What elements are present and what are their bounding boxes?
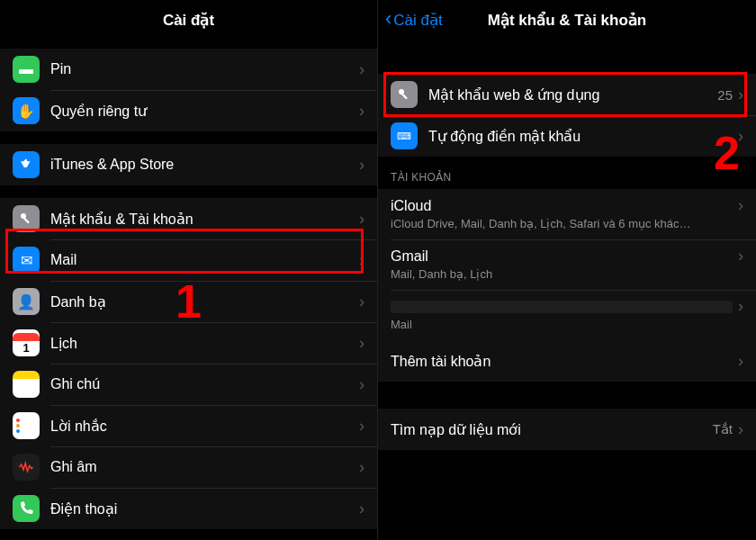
settings-group-1: iTunes & App Store › (0, 144, 377, 185)
chevron-right-icon: › (738, 352, 743, 371)
row-appstore[interactable]: iTunes & App Store › (0, 144, 377, 185)
chevron-right-icon: › (359, 417, 364, 436)
row-label: Lịch (50, 335, 354, 352)
svg-rect-3 (401, 94, 408, 100)
key-icon (391, 81, 418, 108)
chevron-right-icon: › (738, 247, 743, 266)
row-reminders[interactable]: Lời nhắc › (0, 405, 377, 446)
passwords-group: Mật khẩu web & ứng dụng 25 › ⌨ Tự động đ… (378, 74, 756, 157)
account-hidden[interactable]: › Mail (378, 290, 756, 340)
pin-icon: ▬ (13, 56, 40, 83)
account-gmail[interactable]: Gmail › Mail, Danh bạ, Lịch (378, 239, 756, 290)
chevron-right-icon: › (738, 297, 743, 316)
notes-icon (13, 371, 40, 398)
accounts-group: iCloud › iCloud Drive, Mail, Danh bạ, Lị… (378, 189, 756, 382)
key-icon (13, 205, 40, 232)
calendar-icon: 1 (13, 329, 40, 356)
account-sub: iCloud Drive, Mail, Danh bạ, Lịch, Safar… (391, 217, 743, 230)
accounts-section-header: TÀI KHOẢN (378, 157, 756, 189)
row-passwords-accounts[interactable]: Mật khẩu & Tài khoản › (0, 198, 377, 239)
chevron-right-icon: › (738, 420, 743, 439)
row-label: Lời nhắc (50, 418, 354, 435)
chevron-right-icon: › (359, 102, 364, 121)
row-web-passwords[interactable]: Mật khẩu web & ứng dụng 25 › (378, 74, 756, 115)
account-name: Gmail (391, 248, 733, 265)
row-label: Tự động điền mật khẩu (428, 128, 733, 145)
row-label: Mật khẩu web & ứng dụng (428, 86, 717, 104)
chevron-right-icon: › (359, 292, 364, 311)
step-number-1: 1 (176, 274, 202, 328)
row-label: Mật khẩu & Tài khoản (50, 211, 354, 228)
passwords-title: Mật khẩu & Tài khoản (488, 11, 646, 30)
keyboard-icon: ⌨ (391, 122, 418, 149)
settings-group-2: Mật khẩu & Tài khoản › ✉ Mail › 👤 Danh b… (0, 198, 377, 529)
back-label: Cài đặt (393, 11, 442, 30)
chevron-right-icon: › (359, 156, 364, 175)
row-detail: Tắt (713, 421, 733, 437)
row-voicememo[interactable]: Ghi âm › (0, 446, 377, 488)
fetch-group: Tìm nạp dữ liệu mới Tắt › (378, 409, 756, 450)
passwords-header: ‹ Cài đặt Mật khẩu & Tài khoản (378, 0, 756, 40)
chevron-right-icon: › (738, 196, 743, 215)
account-name: iCloud (391, 198, 733, 214)
row-label: Thêm tài khoản (391, 353, 733, 370)
svg-point-2 (399, 89, 404, 94)
row-autofill[interactable]: ⌨ Tự động điền mật khẩu › (378, 115, 756, 157)
mail-icon: ✉ (13, 247, 40, 274)
row-label: Quyền riêng tư (50, 103, 354, 120)
row-phone[interactable]: Điện thoại › (0, 488, 377, 529)
chevron-right-icon: › (359, 500, 364, 518)
account-sub: Mail, Danh bạ, Lịch (391, 267, 743, 281)
account-name (391, 301, 733, 313)
row-label: Ghi chú (50, 376, 354, 392)
row-label: Mail (50, 252, 354, 268)
row-add-account[interactable]: Thêm tài khoản › (378, 340, 756, 382)
account-sub: Mail (391, 318, 743, 331)
back-button[interactable]: ‹ Cài đặt (385, 0, 443, 40)
chevron-right-icon: › (359, 458, 364, 477)
settings-header: Cài đặt (0, 0, 377, 40)
account-icloud[interactable]: iCloud › iCloud Drive, Mail, Danh bạ, Lị… (378, 189, 756, 239)
row-label: Tìm nạp dữ liệu mới (391, 421, 713, 438)
row-privacy[interactable]: ✋ Quyền riêng tư › (0, 90, 377, 131)
settings-panel: Cài đặt ▬ Pin › ✋ Quyền riêng tư › iTune… (0, 0, 378, 540)
row-label: iTunes & App Store (50, 157, 354, 173)
settings-group-0: ▬ Pin › ✋ Quyền riêng tư › (0, 49, 377, 131)
row-notes[interactable]: Ghi chú › (0, 364, 377, 405)
chevron-right-icon: › (359, 251, 364, 270)
row-detail: 25 (717, 87, 733, 103)
reminders-icon (13, 412, 40, 439)
contacts-icon: 👤 (13, 288, 40, 315)
svg-rect-1 (23, 218, 30, 224)
row-pin[interactable]: ▬ Pin › (0, 49, 377, 90)
chevron-left-icon: ‹ (385, 9, 392, 29)
row-fetch[interactable]: Tìm nạp dữ liệu mới Tắt › (378, 409, 756, 450)
hand-icon: ✋ (13, 97, 40, 124)
settings-title: Cài đặt (163, 11, 214, 30)
chevron-right-icon: › (738, 86, 743, 104)
row-label: Pin (50, 61, 354, 77)
chevron-right-icon: › (359, 210, 364, 229)
chevron-right-icon: › (359, 334, 364, 353)
row-label: Danh bạ (50, 293, 354, 310)
phone-icon (13, 495, 40, 522)
voicememo-icon (13, 454, 40, 481)
step-number-2: 2 (714, 126, 740, 180)
chevron-right-icon: › (359, 375, 364, 394)
row-label: Điện thoại (50, 500, 354, 518)
chevron-right-icon: › (359, 60, 364, 79)
row-label: Ghi âm (50, 459, 354, 475)
passwords-panel: ‹ Cài đặt Mật khẩu & Tài khoản Mật khẩu … (378, 0, 756, 540)
appstore-icon (13, 151, 40, 178)
